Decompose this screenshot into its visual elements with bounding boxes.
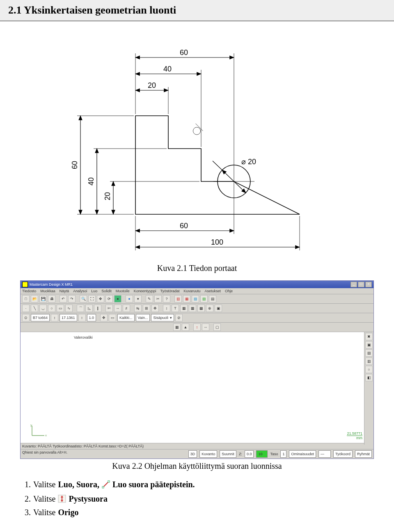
- tool-view-icon[interactable]: ▣: [215, 305, 222, 312]
- tool-chamfer-icon[interactable]: ◺: [85, 305, 93, 312]
- svg-text:40: 40: [87, 177, 95, 186]
- side-tool-4-icon[interactable]: ▥: [365, 358, 373, 365]
- menu-muokkaa[interactable]: Muokkaa: [40, 289, 55, 293]
- tool-chevron-down-icon[interactable]: ▾: [134, 295, 142, 303]
- tool-select-icon[interactable]: ✥: [100, 314, 108, 321]
- status-taso-field[interactable]: 1: [280, 450, 286, 458]
- tool-ops-2-icon[interactable]: ▦: [183, 295, 190, 303]
- tool-small-2-icon[interactable]: ▲: [182, 323, 189, 331]
- coord-combo-1[interactable]: B7 to664: [31, 314, 50, 321]
- line-endpoints-icon: [102, 480, 110, 488]
- tool-ops-1-icon[interactable]: ▥: [174, 295, 182, 303]
- tool-move-icon[interactable]: ✥: [151, 305, 159, 312]
- menu-solidit[interactable]: Solidit: [101, 289, 112, 293]
- coord-combo-2[interactable]: 17.1361: [60, 314, 77, 321]
- tool-break-icon[interactable]: ≠: [123, 305, 130, 312]
- step-text: Valitse: [33, 494, 55, 504]
- menu-tyostoradat[interactable]: Työstöradat: [160, 289, 179, 293]
- status-color-swatch[interactable]: 10: [256, 450, 268, 458]
- status-bar: Qhiest sin parvovalla Alt+H. 3D Kuvanto …: [21, 449, 373, 459]
- tool-grid-icon[interactable]: ▦: [189, 305, 196, 312]
- tool-horiz-line-icon[interactable]: ↔: [202, 323, 209, 331]
- tool-ops-3-icon[interactable]: ▧: [192, 295, 199, 303]
- status-3d-button[interactable]: 3D: [188, 450, 197, 458]
- tool-offset-icon[interactable]: ‖: [94, 305, 101, 312]
- maximize-button[interactable]: □: [358, 282, 364, 287]
- drawing-canvas[interactable]: Valerovaški ✖ ▣ ▤ ▥ ○ ◧ x y 21.58771 mm: [21, 332, 373, 443]
- menu-asetukset[interactable]: Asetukset: [204, 289, 221, 293]
- tool-small-5-icon[interactable]: ▢: [213, 323, 221, 331]
- tool-axis-icon[interactable]: ↕: [51, 314, 58, 321]
- tool-line-icon[interactable]: ╲: [31, 305, 38, 312]
- tool-rect-icon[interactable]: ▭: [57, 305, 64, 312]
- kaikki-button[interactable]: Kaikki...: [117, 314, 135, 321]
- tool-zoom-icon[interactable]: 🔍: [80, 295, 87, 303]
- minimize-button[interactable]: _: [350, 282, 357, 287]
- coordinate-readout: 21.58771 mm: [346, 431, 364, 440]
- dim-top-20: 20: [148, 81, 156, 89]
- tool-extend-icon[interactable]: ↔: [114, 305, 121, 312]
- tool-z-icon[interactable]: ↕: [78, 314, 86, 321]
- tool-dim-icon[interactable]: ↕: [163, 305, 170, 312]
- side-tool-1-icon[interactable]: ✖: [365, 333, 373, 340]
- tool-point-icon[interactable]: ·: [22, 305, 30, 312]
- tool-open-icon[interactable]: 📂: [31, 295, 38, 303]
- status-z-field[interactable]: 0.0: [245, 450, 254, 458]
- tool-array-icon[interactable]: ⊞: [143, 305, 150, 312]
- status-linestyle-combo[interactable]: —: [318, 450, 331, 458]
- side-tool-6-icon[interactable]: ◧: [365, 374, 373, 381]
- sisapuoli-combo[interactable]: Sisäpuoli▾: [151, 314, 174, 321]
- coord-combo-z[interactable]: 1.0: [87, 314, 96, 321]
- svg-text:60: 60: [71, 161, 79, 169]
- status-kuvanto-button[interactable]: Kuvanto: [199, 450, 217, 458]
- tool-print-icon[interactable]: 🖶: [48, 295, 55, 303]
- menu-koneentyyppi[interactable]: Koneentyyppi: [134, 289, 156, 293]
- tool-render-icon[interactable]: ●: [114, 295, 121, 303]
- side-tool-3-icon[interactable]: ▤: [365, 349, 373, 357]
- menu-nayta[interactable]: Näytä: [60, 289, 69, 293]
- status-tyokoord-button[interactable]: Työkoord: [333, 450, 353, 458]
- tool-analyze-icon[interactable]: ✎: [146, 295, 153, 303]
- tool-fit-icon[interactable]: ⛶: [88, 295, 96, 303]
- window-title: Mastercam Design X MR1: [30, 282, 73, 287]
- tool-delete-icon[interactable]: ✂: [154, 295, 162, 303]
- tool-ops-5-icon[interactable]: ▤: [209, 295, 216, 303]
- tool-undo-icon[interactable]: ↶: [60, 295, 67, 303]
- side-tool-2-icon[interactable]: ▣: [365, 341, 373, 349]
- tool-fillet-icon[interactable]: ⌒: [77, 305, 84, 312]
- tool-trim-icon[interactable]: ✄: [105, 305, 113, 312]
- status-omin-button[interactable]: Ominaisuudet: [289, 450, 316, 458]
- close-button[interactable]: ×: [365, 282, 372, 287]
- tool-sphere-icon[interactable]: ●: [126, 295, 133, 303]
- tool-selectwin-icon[interactable]: ▭: [109, 314, 116, 321]
- tool-rotate-icon[interactable]: ⟳: [105, 295, 113, 303]
- tool-pan-icon[interactable]: ✥: [97, 295, 104, 303]
- menu-tiedosto[interactable]: Tiedosto: [22, 289, 36, 293]
- tool-text-icon[interactable]: T: [172, 305, 179, 312]
- tool-vert-line-icon[interactable]: ↕: [193, 323, 201, 331]
- tool-spline-icon[interactable]: ∿: [65, 305, 73, 312]
- tool-help-icon[interactable]: ?: [163, 295, 170, 303]
- status-suunnit-button[interactable]: Suunnit: [220, 450, 236, 458]
- vain-button[interactable]: Vain...: [136, 314, 150, 321]
- tool-circle-icon[interactable]: ○: [48, 305, 55, 312]
- tool-arc-icon[interactable]: ◡: [39, 305, 47, 312]
- tool-new-icon[interactable]: □: [22, 295, 30, 303]
- menu-kuvaruutu[interactable]: Kuvaruutu: [183, 289, 200, 293]
- menu-ohje[interactable]: Ohje: [225, 289, 233, 293]
- tool-mirror-icon[interactable]: ⇋: [134, 305, 142, 312]
- tool-ops-4-icon[interactable]: ▨: [200, 295, 208, 303]
- tool-save-icon[interactable]: 💾: [39, 295, 47, 303]
- tool-shade-icon[interactable]: ▩: [197, 305, 205, 312]
- status-ryhmat-button[interactable]: Ryhmät: [355, 450, 372, 458]
- tool-small-1-icon[interactable]: ▦: [173, 323, 181, 331]
- menu-analysoi[interactable]: Analysoi: [73, 289, 87, 293]
- tool-filter-icon[interactable]: ⊘: [175, 314, 183, 321]
- menu-luo[interactable]: Luo: [91, 289, 97, 293]
- tool-hatch-icon[interactable]: ▦: [180, 305, 188, 312]
- tool-wcs-icon[interactable]: ⊕: [206, 305, 213, 312]
- side-tool-5-icon[interactable]: ○: [365, 366, 373, 373]
- tool-redo-icon[interactable]: ↷: [68, 295, 76, 303]
- menu-muotoile[interactable]: Muotoile: [116, 289, 130, 293]
- tool-snap-icon[interactable]: ⊙: [22, 314, 30, 321]
